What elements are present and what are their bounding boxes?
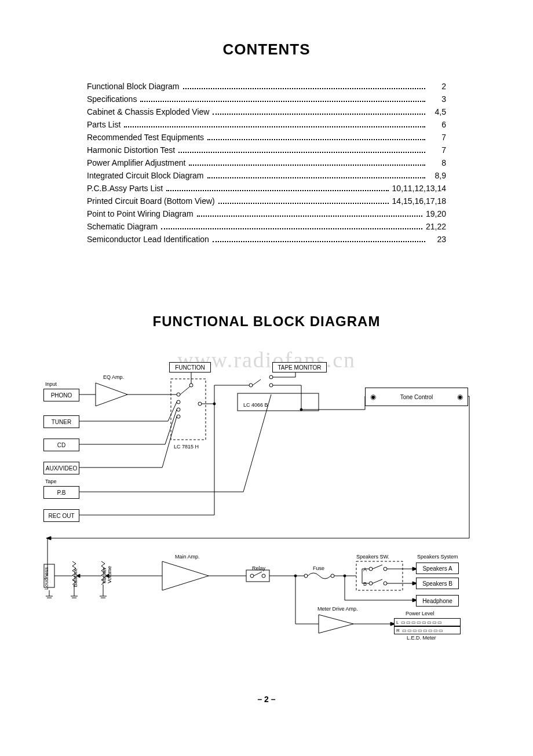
svg-line-3	[180, 386, 190, 395]
svg-point-66	[331, 574, 334, 578]
input-rec-out-label: REC OUT	[49, 513, 75, 519]
led-meter-r: R▭▭▭▭▭▭▭▭	[394, 626, 461, 634]
svg-line-7	[168, 402, 177, 421]
headphone-label: Headphone	[422, 598, 452, 604]
input-cd-label: CD	[57, 442, 65, 448]
toc-row: Integrated Circuit Block Diagram8,9	[87, 171, 446, 180]
toc-row: Semiconductor Lead Identification23	[87, 235, 446, 244]
toc-label: Recommended Test Equipments	[87, 133, 204, 142]
toc-row: Point to Point Wiring Diagram19,20	[87, 209, 446, 218]
power-level-label: Power Level	[406, 611, 435, 616]
toc-label: Semiconductor Lead Identification	[87, 235, 209, 244]
main-amp-label: Main Amp.	[175, 554, 200, 560]
toc-dots	[207, 177, 425, 178]
toc-page: 10,11,12,13,14	[392, 184, 446, 193]
toc-dots	[218, 203, 389, 204]
toc-row: P.C.B.Assy Parts List10,11,12,13,14	[87, 184, 446, 193]
toc-row: Parts List6	[87, 120, 446, 129]
headphone-block: Headphone	[416, 595, 459, 607]
toc-page: 7	[429, 145, 446, 155]
toc-dots	[161, 228, 422, 229]
input-phono: PHONO	[43, 389, 79, 401]
svg-point-65	[304, 574, 308, 578]
page: CONTENTS Functional Block Diagram2Specif…	[0, 0, 533, 727]
led-meter-r-label: R	[396, 628, 400, 633]
svg-line-63	[254, 572, 262, 576]
input-tuner-label: TUNER	[52, 419, 71, 425]
input-tuner: TUNER	[43, 415, 79, 428]
input-aux-video: AUX/VIDEO	[43, 462, 79, 474]
block-diagram-heading: FUNCTIONAL BLOCK DIAGRAM	[41, 313, 492, 330]
toc-dots	[213, 241, 425, 242]
toc-dots	[140, 101, 425, 102]
toc-page: 8,9	[429, 171, 446, 180]
toc-dots	[166, 190, 388, 191]
toc-page: 21,22	[426, 222, 446, 231]
toc-page: 7	[429, 133, 446, 142]
toc-row: Harmonic Distortion Test7	[87, 145, 446, 155]
svg-point-22	[269, 384, 273, 387]
input-aux-video-label: AUX/VIDEO	[46, 465, 77, 472]
speakers-system-label: Speakers System	[417, 554, 458, 560]
svg-line-70	[373, 565, 382, 569]
toc-page: 8	[429, 158, 446, 167]
toc-label: Cabinet & Chassis Exploded View	[87, 107, 209, 116]
toc-dots	[178, 152, 425, 153]
speakers-b-label: Speakers B	[422, 580, 452, 587]
speakers-sw-label: Speakers SW.	[356, 554, 389, 560]
function-switch: FUNCTION	[169, 362, 211, 372]
led-meter-l: L▭▭▭▭▭▭▭▭	[394, 618, 461, 626]
loudness-label: Loudness	[44, 567, 49, 590]
svg-point-74	[384, 582, 387, 585]
toc-label: Power Amplifier Adjustment	[87, 158, 185, 167]
lc4066b-label: LC 4066 B	[243, 403, 268, 408]
svg-rect-60	[246, 570, 269, 582]
led-segments-icon: ▭▭▭▭▭▭▭▭	[402, 628, 444, 633]
svg-point-15	[198, 402, 202, 406]
speakers-b-block: Speakers B	[416, 578, 459, 589]
toc-row: Functional Block Diagram2	[87, 82, 446, 91]
toc-label: P.C.B.Assy Parts List	[87, 184, 163, 193]
toc-dots	[213, 114, 425, 115]
toc-dots	[189, 165, 425, 166]
contents-heading: CONTENTS	[41, 41, 492, 59]
toc-label: Specifications	[87, 94, 137, 104]
page-number: – 2 –	[41, 695, 492, 704]
toc-page: 6	[429, 120, 446, 129]
tape-heading-label: Tape	[45, 479, 57, 484]
toc-label: Harmonic Distortion Test	[87, 145, 175, 155]
svg-point-4	[189, 384, 193, 387]
master-volume-label: Master Volume	[102, 566, 112, 583]
function-switch-label: FUNCTION	[175, 364, 205, 371]
svg-point-72	[369, 582, 373, 585]
speakers-a-label: Speakers A	[422, 565, 452, 572]
led-segments-icon: ▭▭▭▭▭▭▭▭	[401, 620, 443, 625]
svg-line-21	[253, 379, 261, 385]
relay-label: Relay	[252, 566, 265, 571]
input-cd: CD	[43, 439, 79, 451]
svg-point-23	[269, 375, 273, 379]
svg-point-69	[369, 567, 373, 571]
functional-block-diagram: www.radiofans.cn Input PHONO TUNER CD AU…	[41, 347, 492, 660]
svg-line-13	[162, 417, 177, 468]
svg-line-37	[243, 395, 271, 492]
input-pb: P.B	[43, 486, 79, 499]
toc-label: Functional Block Diagram	[87, 82, 180, 91]
sw-b-label: B	[363, 582, 367, 587]
svg-point-62	[262, 574, 265, 578]
svg-point-61	[250, 574, 254, 578]
toc-dots	[124, 126, 425, 127]
toc-label: Schematic Diagram	[87, 222, 158, 231]
svg-point-8	[177, 400, 180, 404]
toc-row: Printed Circuit Board (Bottom View)14,15…	[87, 196, 446, 206]
toc-row: Recommended Test Equipments7	[87, 133, 446, 142]
tape-monitor-switch-label: TAPE MONITOR	[278, 364, 321, 371]
svg-point-11	[177, 408, 180, 411]
toc-page: 19,20	[426, 209, 446, 218]
svg-line-73	[373, 579, 382, 583]
toc-label: Printed Circuit Board (Bottom View)	[87, 196, 215, 206]
inputs-heading-label: Input	[45, 382, 57, 387]
eq-amp-label: EQ Amp.	[103, 375, 124, 380]
toc-page: 3	[429, 94, 446, 104]
toc-page: 23	[429, 235, 446, 244]
